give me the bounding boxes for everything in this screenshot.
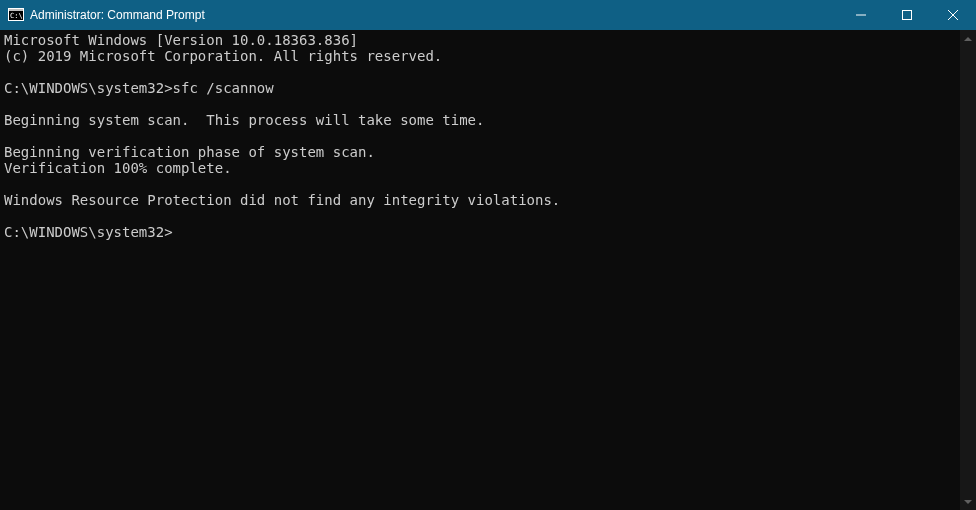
terminal-output[interactable]: Microsoft Windows [Version 10.0.18363.83… (0, 30, 960, 510)
output-line: Microsoft Windows [Version 10.0.18363.83… (4, 32, 358, 48)
vertical-scrollbar[interactable] (960, 30, 976, 510)
cmd-icon: C:\ (8, 7, 24, 23)
output-line: Beginning verification phase of system s… (4, 144, 375, 160)
window-controls (838, 0, 976, 30)
output-line: Windows Resource Protection did not find… (4, 192, 560, 208)
maximize-button[interactable] (884, 0, 930, 30)
svg-rect-2 (9, 9, 23, 11)
close-button[interactable] (930, 0, 976, 30)
output-line: Verification 100% complete. (4, 160, 232, 176)
svg-marker-8 (964, 37, 972, 41)
svg-rect-5 (903, 11, 912, 20)
scroll-up-icon[interactable] (960, 30, 976, 47)
prompt-command: sfc /scannow (173, 80, 274, 96)
output-line: (c) 2019 Microsoft Corporation. All righ… (4, 48, 442, 64)
scrollbar-track[interactable] (960, 47, 976, 493)
minimize-button[interactable] (838, 0, 884, 30)
window-title: Administrator: Command Prompt (30, 8, 838, 22)
titlebar[interactable]: C:\ Administrator: Command Prompt (0, 0, 976, 30)
output-line: Beginning system scan. This process will… (4, 112, 484, 128)
prompt-path: C:\WINDOWS\system32> (4, 80, 173, 96)
scroll-down-icon[interactable] (960, 493, 976, 510)
svg-text:C:\: C:\ (10, 12, 23, 20)
terminal-area: Microsoft Windows [Version 10.0.18363.83… (0, 30, 976, 510)
prompt-path: C:\WINDOWS\system32> (4, 224, 173, 240)
svg-marker-9 (964, 500, 972, 504)
